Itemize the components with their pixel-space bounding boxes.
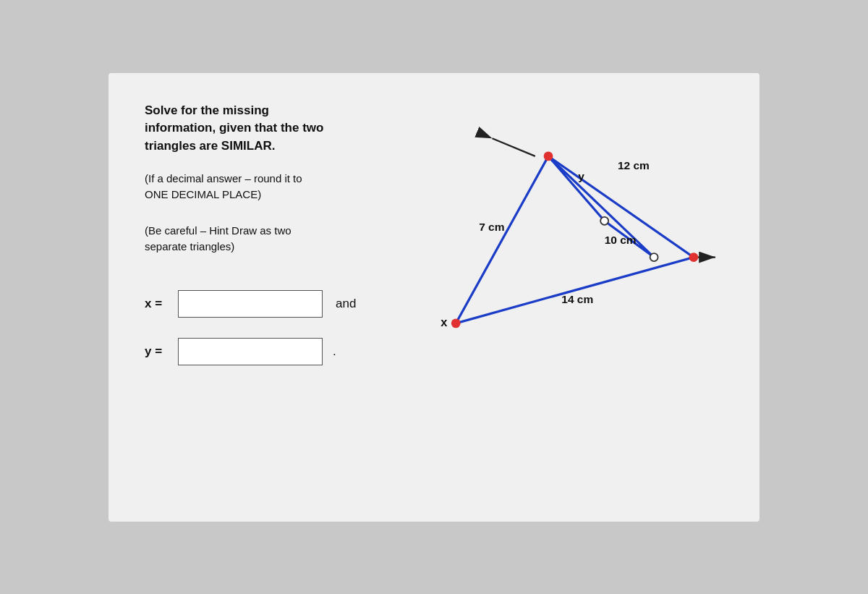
- y-input[interactable]: [178, 338, 323, 365]
- vertex-a: [544, 151, 553, 161]
- label-10cm: 10 cm: [605, 234, 637, 246]
- label-x: x: [441, 315, 448, 328]
- label-y: y: [578, 169, 584, 182]
- y-label: y =: [145, 344, 171, 359]
- vertex-e: [650, 253, 658, 261]
- triangle-diagram: y 12 cm 7 cm 10 cm 14 cm x: [420, 102, 723, 406]
- vertex-d: [600, 216, 608, 224]
- label-14cm: 14 cm: [561, 293, 593, 305]
- main-card: Solve for the missing information, given…: [109, 73, 760, 522]
- x-input[interactable]: [178, 290, 323, 318]
- diagram-panel: y 12 cm 7 cm 10 cm 14 cm x: [420, 102, 723, 493]
- x-answer-row: x = and: [145, 290, 405, 318]
- vertex-b: [451, 318, 461, 328]
- hint2-text: (Be careful – Hint Draw as two separate …: [145, 223, 405, 255]
- left-panel: Solve for the missing information, given…: [145, 102, 405, 493]
- label-12cm: 12 cm: [618, 159, 650, 171]
- period-label: .: [333, 344, 336, 359]
- arrow-left: [492, 138, 535, 156]
- problem-text: Solve for the missing information, given…: [145, 102, 405, 156]
- x-label: x =: [145, 297, 171, 311]
- y-answer-row: y = .: [145, 338, 405, 365]
- and-label: and: [336, 297, 356, 311]
- label-7cm: 7 cm: [479, 221, 504, 233]
- hint1-text: (If a decimal answer – round it to ONE D…: [145, 171, 405, 203]
- vertex-c: [689, 253, 699, 262]
